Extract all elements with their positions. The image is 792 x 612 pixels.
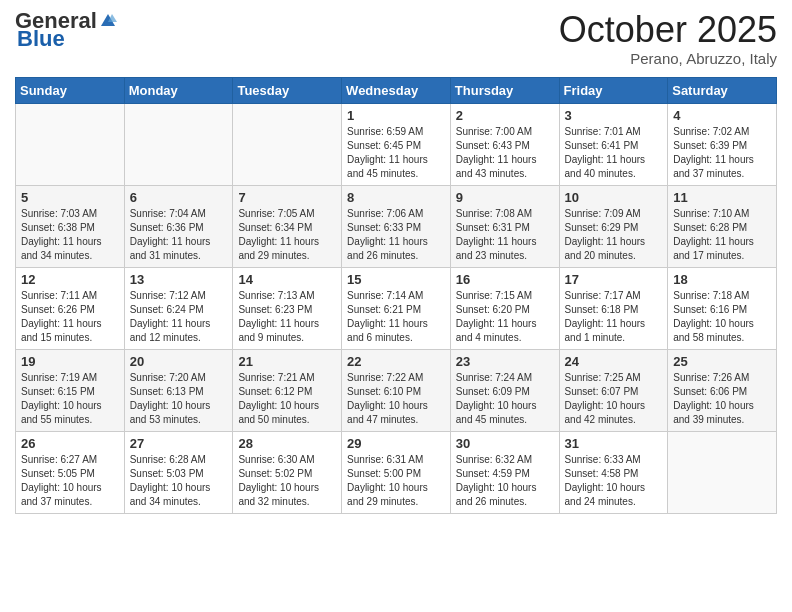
calendar-cell: 31Sunrise: 6:33 AM Sunset: 4:58 PM Dayli… — [559, 431, 668, 513]
calendar-cell: 14Sunrise: 7:13 AM Sunset: 6:23 PM Dayli… — [233, 267, 342, 349]
day-info: Sunrise: 7:22 AM Sunset: 6:10 PM Dayligh… — [347, 371, 445, 427]
day-info: Sunrise: 7:15 AM Sunset: 6:20 PM Dayligh… — [456, 289, 554, 345]
day-info: Sunrise: 7:12 AM Sunset: 6:24 PM Dayligh… — [130, 289, 228, 345]
day-number: 26 — [21, 436, 119, 451]
day-header-thursday: Thursday — [450, 77, 559, 103]
calendar-cell: 18Sunrise: 7:18 AM Sunset: 6:16 PM Dayli… — [668, 267, 777, 349]
day-number: 27 — [130, 436, 228, 451]
day-number: 14 — [238, 272, 336, 287]
day-header-tuesday: Tuesday — [233, 77, 342, 103]
calendar-cell: 15Sunrise: 7:14 AM Sunset: 6:21 PM Dayli… — [342, 267, 451, 349]
day-number: 23 — [456, 354, 554, 369]
day-number: 11 — [673, 190, 771, 205]
calendar-cell: 19Sunrise: 7:19 AM Sunset: 6:15 PM Dayli… — [16, 349, 125, 431]
calendar-cell: 1Sunrise: 6:59 AM Sunset: 6:45 PM Daylig… — [342, 103, 451, 185]
day-header-friday: Friday — [559, 77, 668, 103]
day-info: Sunrise: 6:32 AM Sunset: 4:59 PM Dayligh… — [456, 453, 554, 509]
day-info: Sunrise: 7:17 AM Sunset: 6:18 PM Dayligh… — [565, 289, 663, 345]
day-number: 25 — [673, 354, 771, 369]
day-info: Sunrise: 7:05 AM Sunset: 6:34 PM Dayligh… — [238, 207, 336, 263]
calendar-cell: 22Sunrise: 7:22 AM Sunset: 6:10 PM Dayli… — [342, 349, 451, 431]
day-info: Sunrise: 7:06 AM Sunset: 6:33 PM Dayligh… — [347, 207, 445, 263]
page-header: General Blue October 2025 Perano, Abruzz… — [15, 10, 777, 67]
day-info: Sunrise: 7:24 AM Sunset: 6:09 PM Dayligh… — [456, 371, 554, 427]
calendar-cell: 5Sunrise: 7:03 AM Sunset: 6:38 PM Daylig… — [16, 185, 125, 267]
calendar-cell: 26Sunrise: 6:27 AM Sunset: 5:05 PM Dayli… — [16, 431, 125, 513]
day-number: 16 — [456, 272, 554, 287]
day-info: Sunrise: 7:21 AM Sunset: 6:12 PM Dayligh… — [238, 371, 336, 427]
day-number: 7 — [238, 190, 336, 205]
day-info: Sunrise: 7:02 AM Sunset: 6:39 PM Dayligh… — [673, 125, 771, 181]
day-header-wednesday: Wednesday — [342, 77, 451, 103]
calendar-table: SundayMondayTuesdayWednesdayThursdayFrid… — [15, 77, 777, 514]
calendar-cell: 27Sunrise: 6:28 AM Sunset: 5:03 PM Dayli… — [124, 431, 233, 513]
day-number: 5 — [21, 190, 119, 205]
calendar-cell: 3Sunrise: 7:01 AM Sunset: 6:41 PM Daylig… — [559, 103, 668, 185]
day-info: Sunrise: 7:00 AM Sunset: 6:43 PM Dayligh… — [456, 125, 554, 181]
day-info: Sunrise: 7:03 AM Sunset: 6:38 PM Dayligh… — [21, 207, 119, 263]
day-number: 22 — [347, 354, 445, 369]
day-info: Sunrise: 7:11 AM Sunset: 6:26 PM Dayligh… — [21, 289, 119, 345]
month-title: October 2025 — [559, 10, 777, 50]
title-block: October 2025 Perano, Abruzzo, Italy — [559, 10, 777, 67]
calendar-cell: 11Sunrise: 7:10 AM Sunset: 6:28 PM Dayli… — [668, 185, 777, 267]
day-number: 4 — [673, 108, 771, 123]
calendar-cell: 21Sunrise: 7:21 AM Sunset: 6:12 PM Dayli… — [233, 349, 342, 431]
day-number: 15 — [347, 272, 445, 287]
logo: General Blue — [15, 10, 117, 50]
day-info: Sunrise: 7:25 AM Sunset: 6:07 PM Dayligh… — [565, 371, 663, 427]
week-row-1: 1Sunrise: 6:59 AM Sunset: 6:45 PM Daylig… — [16, 103, 777, 185]
day-header-sunday: Sunday — [16, 77, 125, 103]
calendar-cell: 6Sunrise: 7:04 AM Sunset: 6:36 PM Daylig… — [124, 185, 233, 267]
calendar-cell: 16Sunrise: 7:15 AM Sunset: 6:20 PM Dayli… — [450, 267, 559, 349]
day-info: Sunrise: 7:18 AM Sunset: 6:16 PM Dayligh… — [673, 289, 771, 345]
day-header-monday: Monday — [124, 77, 233, 103]
day-info: Sunrise: 7:01 AM Sunset: 6:41 PM Dayligh… — [565, 125, 663, 181]
day-number: 29 — [347, 436, 445, 451]
week-row-5: 26Sunrise: 6:27 AM Sunset: 5:05 PM Dayli… — [16, 431, 777, 513]
day-info: Sunrise: 7:09 AM Sunset: 6:29 PM Dayligh… — [565, 207, 663, 263]
calendar-cell: 25Sunrise: 7:26 AM Sunset: 6:06 PM Dayli… — [668, 349, 777, 431]
days-header-row: SundayMondayTuesdayWednesdayThursdayFrid… — [16, 77, 777, 103]
day-number: 20 — [130, 354, 228, 369]
day-info: Sunrise: 7:26 AM Sunset: 6:06 PM Dayligh… — [673, 371, 771, 427]
day-info: Sunrise: 7:13 AM Sunset: 6:23 PM Dayligh… — [238, 289, 336, 345]
day-info: Sunrise: 6:33 AM Sunset: 4:58 PM Dayligh… — [565, 453, 663, 509]
calendar-cell: 9Sunrise: 7:08 AM Sunset: 6:31 PM Daylig… — [450, 185, 559, 267]
day-info: Sunrise: 6:28 AM Sunset: 5:03 PM Dayligh… — [130, 453, 228, 509]
day-info: Sunrise: 7:04 AM Sunset: 6:36 PM Dayligh… — [130, 207, 228, 263]
day-header-saturday: Saturday — [668, 77, 777, 103]
calendar-cell: 24Sunrise: 7:25 AM Sunset: 6:07 PM Dayli… — [559, 349, 668, 431]
calendar-cell: 10Sunrise: 7:09 AM Sunset: 6:29 PM Dayli… — [559, 185, 668, 267]
day-number: 1 — [347, 108, 445, 123]
day-number: 30 — [456, 436, 554, 451]
calendar-cell — [124, 103, 233, 185]
calendar-cell: 17Sunrise: 7:17 AM Sunset: 6:18 PM Dayli… — [559, 267, 668, 349]
day-info: Sunrise: 6:27 AM Sunset: 5:05 PM Dayligh… — [21, 453, 119, 509]
calendar-cell: 30Sunrise: 6:32 AM Sunset: 4:59 PM Dayli… — [450, 431, 559, 513]
logo-icon — [99, 12, 117, 30]
day-info: Sunrise: 6:30 AM Sunset: 5:02 PM Dayligh… — [238, 453, 336, 509]
day-number: 13 — [130, 272, 228, 287]
day-info: Sunrise: 6:31 AM Sunset: 5:00 PM Dayligh… — [347, 453, 445, 509]
day-number: 18 — [673, 272, 771, 287]
day-number: 6 — [130, 190, 228, 205]
calendar-cell: 29Sunrise: 6:31 AM Sunset: 5:00 PM Dayli… — [342, 431, 451, 513]
day-number: 31 — [565, 436, 663, 451]
day-info: Sunrise: 7:10 AM Sunset: 6:28 PM Dayligh… — [673, 207, 771, 263]
calendar-cell: 8Sunrise: 7:06 AM Sunset: 6:33 PM Daylig… — [342, 185, 451, 267]
calendar-cell: 28Sunrise: 6:30 AM Sunset: 5:02 PM Dayli… — [233, 431, 342, 513]
day-info: Sunrise: 7:19 AM Sunset: 6:15 PM Dayligh… — [21, 371, 119, 427]
calendar-cell: 4Sunrise: 7:02 AM Sunset: 6:39 PM Daylig… — [668, 103, 777, 185]
logo-blue-text: Blue — [17, 28, 65, 50]
day-info: Sunrise: 7:20 AM Sunset: 6:13 PM Dayligh… — [130, 371, 228, 427]
day-number: 17 — [565, 272, 663, 287]
calendar-cell — [668, 431, 777, 513]
week-row-3: 12Sunrise: 7:11 AM Sunset: 6:26 PM Dayli… — [16, 267, 777, 349]
day-number: 9 — [456, 190, 554, 205]
calendar-cell: 12Sunrise: 7:11 AM Sunset: 6:26 PM Dayli… — [16, 267, 125, 349]
week-row-4: 19Sunrise: 7:19 AM Sunset: 6:15 PM Dayli… — [16, 349, 777, 431]
calendar-cell: 20Sunrise: 7:20 AM Sunset: 6:13 PM Dayli… — [124, 349, 233, 431]
day-info: Sunrise: 7:14 AM Sunset: 6:21 PM Dayligh… — [347, 289, 445, 345]
day-number: 3 — [565, 108, 663, 123]
